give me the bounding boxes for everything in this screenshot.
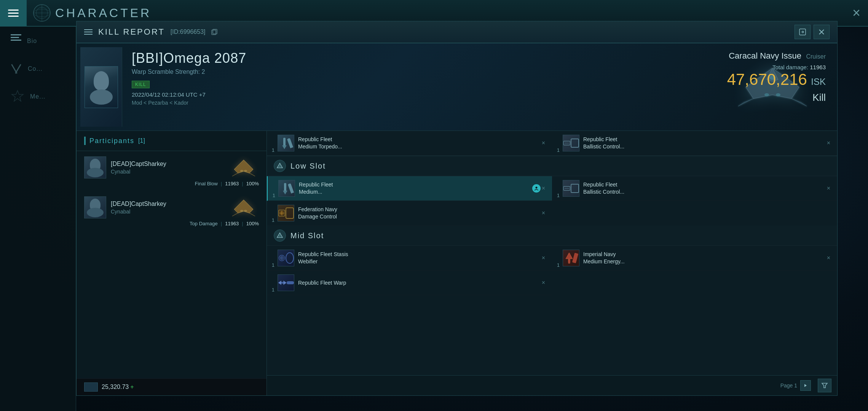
sidebar-item-combat[interactable]: Co... [0, 56, 76, 82]
torpedo-h-name: Republic FleetMedium... [299, 181, 536, 196]
ship-stats: Caracal Navy Issue Cruiser Total damage:… [727, 51, 826, 104]
svg-marker-43 [804, 384, 807, 387]
kill-type: Kill [727, 92, 826, 104]
damage-label: Total damage: 11963 [727, 64, 826, 70]
fitting-panel: 1 Republic FleetMedium Torpedo... × 1 Re… [267, 131, 837, 395]
isk-value: 47,670,216 [727, 70, 807, 88]
torpedo-h-close[interactable]: × [540, 184, 547, 193]
fitting-item-torpedo-1[interactable]: 1 Republic FleetMedium Torpedo... × [267, 131, 552, 156]
torpedo-1-name: Republic FleetMedium Torpedo... [298, 136, 536, 150]
kill-badge: Kill [132, 81, 150, 88]
pre-lowslot-items: 1 Republic FleetMedium Torpedo... × 1 Re… [267, 131, 837, 156]
svg-point-17 [244, 210, 247, 212]
energy-icon [563, 250, 579, 266]
svg-point-37 [281, 257, 282, 259]
participant-1-ship-img [228, 158, 259, 177]
participant-entry-1[interactable]: [DEAD]CaptSharkey Cynabal [77, 151, 266, 191]
p1-blow-label: Final Blow [195, 181, 218, 186]
fitting-item-ballistic-2[interactable]: 1 Republic FleetBallistic Control... × [552, 176, 837, 201]
fitting-item-warp[interactable]: 1 Republic Fleet Warp × [267, 271, 552, 295]
kill-report-body: Participants [1] [DEAD]CaptSharkey Cynab… [77, 131, 837, 395]
top-menu-button[interactable] [0, 0, 27, 26]
ballistic-2-icon [563, 180, 579, 197]
damage-ctrl-name: Federation NavyDamage Control [298, 206, 536, 220]
warp-icon [278, 274, 294, 291]
energy-close[interactable]: × [825, 254, 832, 262]
ballistic-2-close[interactable]: × [825, 184, 832, 193]
kill-datetime: 2022/04/12 02:12:04 UTC +7 [132, 91, 704, 98]
mid-slot-name: Mid Slot [290, 231, 324, 240]
page-next-button[interactable] [800, 380, 811, 391]
stasis-icon [278, 250, 294, 266]
app-close-button[interactable]: × [852, 6, 860, 20]
sidebar-item-medals[interactable]: Me... [0, 82, 76, 111]
p2-blow-label: Top Damage [190, 221, 218, 226]
low-slot-name: Low Slot [290, 162, 326, 170]
participants-accent-bar [84, 137, 86, 145]
participants-count: [1] [138, 137, 145, 144]
kr-menu-button[interactable] [84, 29, 93, 35]
app-title: CHARACTER [55, 6, 152, 20]
medals-icon [11, 90, 24, 104]
isk-row: 47,670,216 ISK [727, 70, 826, 89]
wallet-row: 25,320.73 + [77, 378, 266, 395]
combat-icon [11, 63, 22, 75]
copy-icon[interactable] [211, 29, 218, 35]
sidebar-item-label-combat: Co... [28, 65, 43, 72]
damage-ctrl-close[interactable]: × [540, 209, 547, 217]
kr-title: KILL REPORT [98, 27, 165, 37]
svg-marker-44 [822, 383, 827, 388]
kr-close-button[interactable] [814, 25, 830, 39]
kill-report-header: KILL REPORT [ID:6996653] [77, 21, 837, 43]
filter-button[interactable] [818, 379, 831, 392]
energy-name: Imperial NavyMedium Energy... [583, 251, 822, 265]
ballistic-1-close[interactable]: × [825, 139, 832, 147]
kill-report-hero: [BBI]Omega 2087 Warp Scramble Strength: … [77, 43, 837, 131]
p1-percent: 100% [246, 181, 259, 186]
svg-point-26 [536, 187, 538, 189]
page-info: Page 1 [780, 382, 797, 389]
warp-name: Republic Fleet Warp [298, 279, 536, 287]
fitting-item-torpedo-highlighted[interactable]: 1 Republic FleetMedium... × [267, 176, 552, 201]
svg-point-14 [240, 170, 243, 172]
ship-type: Cruiser [806, 53, 826, 60]
fitting-item-energy[interactable]: 1 Imperial NavyMedium Energy... × [552, 246, 837, 271]
low-slot-items: 1 Republic FleetMedium... × 1 [267, 176, 837, 226]
ballistic-2-name: Republic FleetBallistic Control... [583, 181, 822, 196]
p2-damage: 11963 [225, 221, 239, 226]
sidebar-item-bio[interactable]: Bio [0, 27, 76, 56]
victim-warp: Warp Scramble Strength: 2 [132, 68, 704, 75]
participants-header: Participants [1] [77, 131, 266, 151]
kill-report-window: KILL REPORT [ID:6996653] [76, 21, 838, 396]
mid-slot-items: 1 Republic Fleet StasisWebifier × 1 Impe… [267, 246, 837, 295]
participant-entry-2[interactable]: [DEAD]CaptSharkey Cynabal [77, 191, 266, 231]
warp-close[interactable]: × [540, 279, 547, 287]
svg-point-15 [244, 170, 247, 172]
kr-export-button[interactable] [795, 25, 811, 39]
svg-marker-19 [282, 145, 287, 149]
kr-header-actions [795, 25, 830, 39]
participant-1-name: [DEAD]CaptSharkey [111, 161, 224, 167]
svg-marker-39 [566, 253, 573, 263]
fitting-item-damage-ctrl[interactable]: 1 Federation NavyDamage Control × [267, 201, 552, 226]
low-slot-header: Low Slot [267, 156, 837, 176]
participant-2-name: [DEAD]CaptSharkey [111, 201, 224, 207]
torpedo-h-icon [278, 180, 295, 197]
panel-bottom: Page 1 [267, 375, 837, 395]
app-logo [32, 3, 51, 22]
stasis-name: Republic Fleet StasisWebifier [298, 251, 536, 265]
participant-2-info: [DEAD]CaptSharkey Cynabal [111, 201, 224, 215]
svg-rect-18 [283, 138, 286, 146]
sidebar: Bio Co... Me... [0, 27, 76, 411]
wallet-icon [84, 382, 98, 392]
fitting-item-stasis[interactable]: 1 Republic Fleet StasisWebifier × [267, 246, 552, 271]
damage-value: 11963 [810, 64, 826, 70]
stasis-close[interactable]: × [540, 254, 547, 262]
sidebar-item-label-bio: Bio [27, 38, 37, 45]
torpedo-1-close[interactable]: × [540, 139, 547, 147]
participant-1-info: [DEAD]CaptSharkey Cynabal [111, 161, 224, 175]
fitting-item-ballistic-1[interactable]: 1 Republic FleetBallistic Control... × [552, 131, 837, 156]
damage-ctrl-icon [278, 205, 294, 221]
mid-slot-header: Mid Slot [267, 226, 837, 246]
mid-slot-icon [274, 229, 286, 242]
